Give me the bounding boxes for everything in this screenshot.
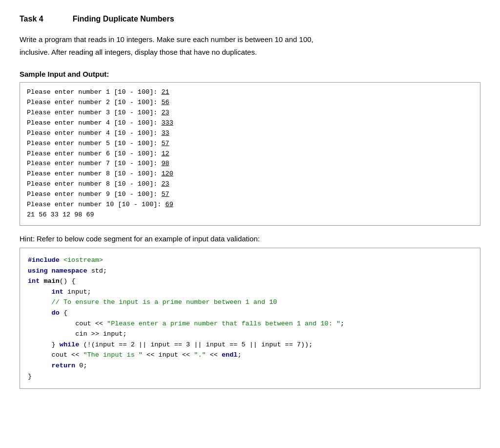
task-header: Task 4 Finding Duplicate Numbers (20, 15, 480, 23)
sample-line-10: Please enter number 8 [10 - 100]: 23 (27, 180, 169, 188)
code-box: #include <iostream> using namespace std;… (20, 248, 480, 389)
description: Write a program that reads in 10 integer… (20, 33, 480, 58)
description-line2: inclusive. After reading all integers, d… (20, 48, 257, 56)
sample-line-8: Please enter number 7 [10 - 100]: 98 (27, 160, 169, 167)
sample-line-6: Please enter number 5 [10 - 100]: 57 (27, 140, 169, 147)
sample-line-7: Please enter number 6 [10 - 100]: 12 (27, 150, 169, 157)
sample-line-3: Please enter number 3 [10 - 100]: 23 (27, 109, 169, 116)
description-line1: Write a program that reads in 10 integer… (20, 35, 313, 43)
hint-text: Hint: Refer to below code segment for an… (20, 235, 480, 243)
sample-box: Please enter number 1 [10 - 100]: 21 Ple… (20, 82, 480, 226)
sample-output: 21 56 33 12 98 69 (27, 211, 94, 218)
sample-line-11: Please enter number 9 [10 - 100]: 57 (27, 191, 169, 198)
sample-line-12: Please enter number 10 [10 - 100]: 69 (27, 201, 173, 208)
task-title: Finding Duplicate Numbers (73, 15, 174, 23)
sample-line-4: Please enter number 4 [10 - 100]: 333 (27, 119, 173, 127)
sample-line-2: Please enter number 2 [10 - 100]: 56 (27, 99, 169, 106)
task-number: Task 4 (20, 15, 43, 23)
sample-line-5: Please enter number 4 [10 - 100]: 33 (27, 129, 169, 137)
sample-line-9: Please enter number 8 [10 - 100]: 120 (27, 170, 173, 177)
sample-heading: Sample Input and Output: (20, 70, 480, 78)
sample-line-1: Please enter number 1 [10 - 100]: 21 (27, 88, 169, 96)
